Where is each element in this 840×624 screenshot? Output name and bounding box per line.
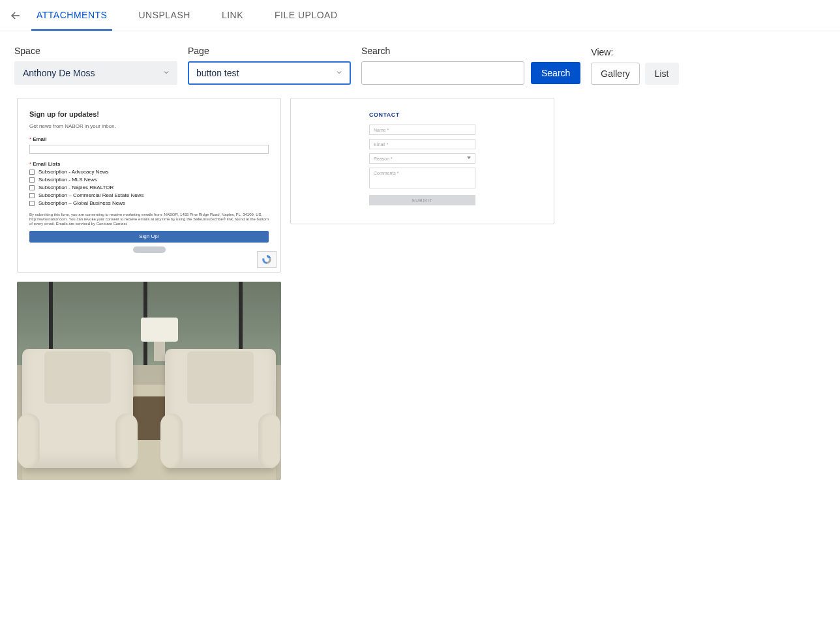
tab-unsplash[interactable]: UNSPLASH (133, 0, 195, 31)
attachment-thumbnail: Sign up for updates! Get news from NABOR… (18, 98, 280, 260)
thumb-option: Subscription – Commercial Real Estate Ne… (29, 192, 269, 198)
thumb-email-field: Email * (369, 139, 475, 149)
page-label: Page (188, 46, 351, 56)
thumb-reason-field: Reason * (369, 153, 475, 164)
thumb-comments-field: Comments * (369, 168, 475, 188)
space-select[interactable]: Anthony De Moss (14, 61, 177, 85)
page-select[interactable]: button test (188, 61, 351, 85)
thumb-option: Subscription - Naples REALTOR (29, 185, 269, 190)
thumb-submit-button: SUBMIT (369, 195, 475, 205)
chevron-down-icon (335, 68, 343, 78)
view-field: View: Gallery List (591, 47, 678, 85)
controls-row: Space Anthony De Moss Page button test S… (0, 31, 840, 91)
thumb-badge (133, 246, 166, 253)
page-select-value: button test (196, 68, 239, 78)
space-select-value: Anthony De Moss (23, 68, 95, 78)
attachment-card[interactable]: Sign up for updates! Get news from NABOR… (17, 98, 281, 273)
view-label: View: (591, 47, 678, 57)
thumb-subtitle: Get news from NABOR in your inbox. (29, 123, 269, 129)
thumb-lists-label: Email Lists (33, 161, 60, 167)
attachment-thumbnail (17, 282, 281, 480)
arrow-left-icon (9, 9, 22, 22)
thumb-option: Subscription - MLS News (29, 177, 269, 183)
tabs: ATTACHMENTS UNSPLASH LINK FILE UPLOAD (31, 0, 343, 31)
view-list-button[interactable]: List (645, 63, 679, 85)
search-input[interactable] (361, 61, 524, 85)
thumb-option: Subscription – Global Business News (29, 200, 269, 206)
chevron-down-icon (162, 68, 170, 78)
thumb-fineprint: By submitting this form, you are consent… (29, 213, 269, 227)
attachment-thumbnail: CONTACT Name * Email * Reason * Comments… (291, 98, 554, 218)
caret-down-icon (467, 156, 471, 159)
search-button[interactable]: Search (531, 62, 580, 84)
search-label: Search (361, 46, 580, 56)
space-label: Space (14, 46, 177, 56)
thumb-name-field: Name * (369, 125, 475, 135)
tab-attachments[interactable]: ATTACHMENTS (31, 0, 112, 31)
tab-file-upload[interactable]: FILE UPLOAD (269, 0, 343, 31)
thumb-signup-button: Sign Up! (29, 231, 269, 243)
recaptcha-icon (257, 251, 277, 268)
thumb-email-label: Email (33, 136, 46, 142)
attachment-card[interactable]: CONTACT Name * Email * Reason * Comments… (290, 98, 554, 224)
space-field: Space Anthony De Moss (14, 46, 177, 85)
thumb-email-input (29, 145, 269, 154)
search-field: Search Search (361, 46, 580, 85)
view-toggle-group: Gallery List (591, 63, 678, 85)
tab-link[interactable]: LINK (217, 0, 248, 31)
thumb-contact-title: CONTACT (369, 111, 475, 118)
attachments-gallery: Sign up for updates! Get news from NABOR… (0, 91, 840, 494)
back-button[interactable] (5, 5, 26, 26)
view-gallery-button[interactable]: Gallery (591, 63, 639, 85)
page-field: Page button test (188, 46, 351, 85)
thumb-option: Subscription - Advocacy News (29, 169, 269, 175)
attachment-card[interactable] (17, 282, 281, 480)
thumb-title: Sign up for updates! (29, 110, 269, 118)
top-tab-bar: ATTACHMENTS UNSPLASH LINK FILE UPLOAD (0, 0, 840, 31)
